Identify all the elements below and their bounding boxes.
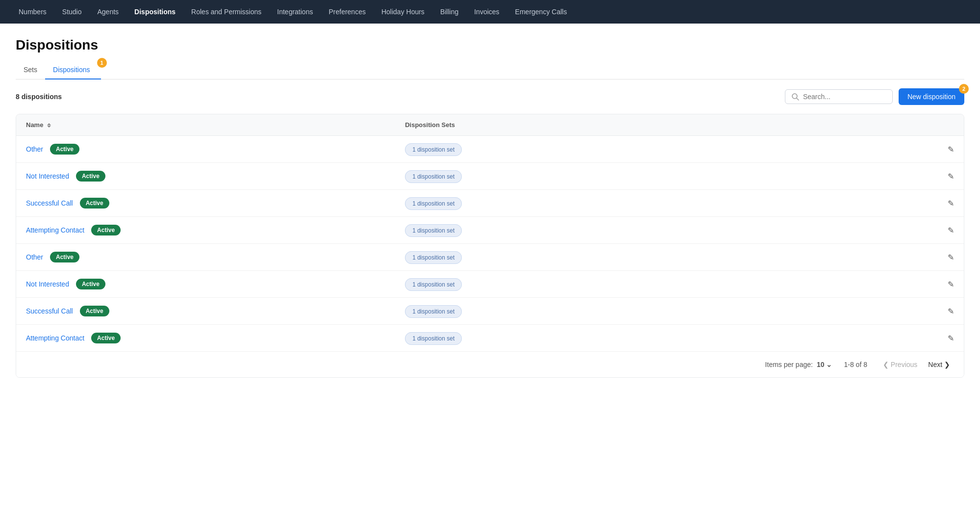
page-nav: ❮ Previous Next ❯ [879, 359, 954, 370]
cell-name-0: Other Active [16, 136, 395, 163]
status-badge: Active [50, 252, 79, 262]
tab-dispositions[interactable]: Dispositions 1 [45, 61, 101, 79]
disposition-name-link[interactable]: Successful Call [26, 307, 73, 315]
cell-name-2: Successful Call Active [16, 190, 395, 217]
search-input[interactable] [803, 93, 886, 101]
edit-icon[interactable]: ✎ [948, 334, 954, 342]
cell-actions-7: ✎ [774, 325, 964, 352]
table-row: Attempting Contact Active 1 disposition … [16, 217, 964, 244]
cell-sets-5: 1 disposition set [395, 271, 774, 298]
sets-badge: 1 disposition set [405, 170, 462, 183]
cell-sets-6: 1 disposition set [395, 298, 774, 325]
per-page-select[interactable]: 10 ⌄ [817, 361, 832, 368]
sets-badge: 1 disposition set [405, 305, 462, 318]
cell-actions-2: ✎ [774, 190, 964, 217]
disposition-name-link[interactable]: Not Interested [26, 280, 69, 288]
chevron-left-icon: ❮ [883, 361, 889, 368]
edit-icon[interactable]: ✎ [948, 253, 954, 262]
sets-badge: 1 disposition set [405, 278, 462, 291]
new-disposition-badge: 2 [959, 84, 969, 94]
edit-icon[interactable]: ✎ [948, 226, 954, 235]
svg-line-1 [797, 98, 799, 100]
nav-agents[interactable]: Agents [91, 4, 126, 20]
nav-preferences[interactable]: Preferences [322, 4, 372, 20]
disposition-name-link[interactable]: Successful Call [26, 199, 73, 207]
nav-emergency-calls[interactable]: Emergency Calls [508, 4, 574, 20]
nav-integrations[interactable]: Integrations [270, 4, 320, 20]
disposition-name-link[interactable]: Attempting Contact [26, 334, 84, 342]
search-icon [791, 93, 799, 101]
sets-badge: 1 disposition set [405, 143, 462, 156]
nav-studio[interactable]: Studio [55, 4, 89, 20]
page-range: 1-8 of 8 [844, 361, 867, 368]
disposition-count: 8 dispositions [16, 93, 62, 101]
status-badge: Active [91, 225, 121, 235]
nav-roles-permissions[interactable]: Roles and Permissions [184, 4, 268, 20]
cell-name-4: Other Active [16, 244, 395, 271]
edit-icon[interactable]: ✎ [948, 280, 954, 288]
table-row: Not Interested Active 1 disposition set … [16, 163, 964, 190]
cell-sets-4: 1 disposition set [395, 244, 774, 271]
nav-dispositions[interactable]: Dispositions [127, 4, 182, 20]
sets-badge: 1 disposition set [405, 332, 462, 345]
pagination-bar: Items per page: 10 ⌄ 1-8 of 8 ❮ Previous… [16, 351, 964, 377]
cell-actions-1: ✎ [774, 163, 964, 190]
nav-invoices[interactable]: Invoices [467, 4, 506, 20]
sets-badge: 1 disposition set [405, 197, 462, 210]
cell-sets-2: 1 disposition set [395, 190, 774, 217]
items-per-page: Items per page: 10 ⌄ [765, 361, 832, 368]
nav-numbers[interactable]: Numbers [12, 4, 53, 20]
chevron-right-icon: ❯ [944, 361, 950, 368]
disposition-name-link[interactable]: Other [26, 145, 43, 153]
cell-name-3: Attempting Contact Active [16, 217, 395, 244]
new-disposition-button[interactable]: New disposition 2 [899, 88, 964, 105]
col-header-actions [774, 114, 964, 136]
tabs-bar: Sets Dispositions 1 [16, 61, 964, 79]
table-row: Other Active 1 disposition set ✎ [16, 136, 964, 163]
table-row: Not Interested Active 1 disposition set … [16, 271, 964, 298]
status-badge: Active [80, 198, 109, 209]
status-badge: Active [50, 144, 79, 155]
edit-icon[interactable]: ✎ [948, 307, 954, 315]
status-badge: Active [91, 333, 121, 343]
sets-badge: 1 disposition set [405, 251, 462, 264]
cell-actions-4: ✎ [774, 244, 964, 271]
status-badge: Active [80, 306, 109, 316]
status-badge: Active [76, 279, 105, 289]
status-badge: Active [76, 171, 105, 182]
dispositions-table: Name Disposition Sets Other Active [16, 114, 964, 378]
disposition-name-link[interactable]: Other [26, 253, 43, 261]
disposition-name-link[interactable]: Attempting Contact [26, 226, 84, 234]
chevron-down-icon: ⌄ [826, 361, 832, 368]
sort-icon [47, 123, 51, 128]
cell-name-7: Attempting Contact Active [16, 325, 395, 352]
cell-sets-0: 1 disposition set [395, 136, 774, 163]
edit-icon[interactable]: ✎ [948, 145, 954, 154]
table-row: Attempting Contact Active 1 disposition … [16, 325, 964, 352]
cell-sets-1: 1 disposition set [395, 163, 774, 190]
cell-actions-5: ✎ [774, 271, 964, 298]
edit-icon[interactable]: ✎ [948, 172, 954, 181]
nav-billing[interactable]: Billing [433, 4, 465, 20]
tab-sets[interactable]: Sets [16, 61, 45, 79]
cell-sets-7: 1 disposition set [395, 325, 774, 352]
per-page-value: 10 [817, 361, 825, 368]
search-box[interactable] [785, 89, 893, 104]
prev-button[interactable]: ❮ Previous [879, 359, 921, 370]
cell-name-6: Successful Call Active [16, 298, 395, 325]
cell-actions-0: ✎ [774, 136, 964, 163]
col-header-name[interactable]: Name [16, 114, 395, 136]
cell-actions-3: ✎ [774, 217, 964, 244]
disposition-name-link[interactable]: Not Interested [26, 172, 69, 180]
sets-badge: 1 disposition set [405, 224, 462, 237]
table-header-row: Name Disposition Sets [16, 114, 964, 136]
edit-icon[interactable]: ✎ [948, 199, 954, 208]
cell-name-5: Not Interested Active [16, 271, 395, 298]
table-row: Other Active 1 disposition set ✎ [16, 244, 964, 271]
tab-dispositions-badge: 1 [97, 58, 107, 68]
items-per-page-label: Items per page: [765, 361, 813, 368]
top-navigation: Numbers Studio Agents Dispositions Roles… [0, 0, 980, 24]
page-content: Dispositions Sets Dispositions 1 8 dispo… [0, 24, 980, 523]
next-button[interactable]: Next ❯ [924, 359, 954, 370]
nav-holiday-hours[interactable]: Holiday Hours [375, 4, 431, 20]
